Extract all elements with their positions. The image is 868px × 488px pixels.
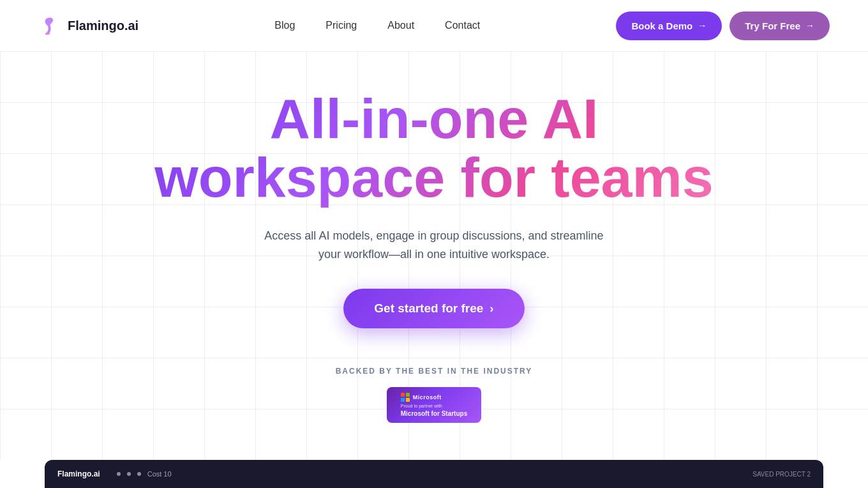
microsoft-badge: Microsoft Proud to partner with Microsof…	[387, 387, 481, 423]
ms-sq-blue	[401, 398, 405, 402]
bottom-bar-cost: Cost 10	[147, 470, 172, 478]
ms-sq-red	[401, 393, 405, 397]
ms-sq-yellow	[406, 398, 410, 402]
bottom-bar-logo: Flamingo.ai	[57, 469, 100, 478]
bottom-bar-dot-2	[127, 472, 131, 476]
nav-link-about[interactable]: About	[387, 20, 414, 31]
bottom-bar-saved: SAVED PROJECT 2	[752, 471, 811, 478]
backed-label: BACKED BY THE BEST IN THE INDUSTRY	[336, 367, 533, 376]
hero-subtitle: Access all AI models, engage in group di…	[255, 227, 613, 264]
nav-actions: Book a Demo → Try For Free →	[616, 11, 830, 40]
nav-link-pricing[interactable]: Pricing	[326, 20, 357, 31]
ms-logo-row: Microsoft	[401, 393, 442, 402]
ms-partner: Microsoft for Startups	[401, 410, 467, 417]
arrow-right-icon-2: →	[805, 20, 814, 31]
ms-sq-green	[406, 393, 410, 397]
get-started-button[interactable]: Get started for free ›	[343, 289, 524, 328]
nav-link-contact[interactable]: Contact	[445, 20, 480, 31]
try-free-button[interactable]: Try For Free →	[730, 11, 830, 40]
bottom-app-bar: Flamingo.ai Cost 10 SAVED PROJECT 2	[45, 460, 823, 488]
ms-name: Microsoft	[413, 394, 442, 400]
hero-title: All-in-one AI workspace for teams	[147, 89, 721, 208]
hero-section: All-in-one AI workspace for teams Access…	[0, 51, 868, 448]
bottom-bar-dot-1	[117, 472, 121, 476]
chevron-right-icon: ›	[490, 301, 493, 316]
bottom-bar-dot-3	[137, 472, 141, 476]
flamingo-logo-icon	[38, 14, 61, 37]
bottom-bar-icons: Cost 10	[117, 470, 172, 478]
brand-name: Flamingo.ai	[68, 19, 138, 33]
book-demo-button[interactable]: Book a Demo →	[616, 11, 722, 40]
ms-tagline: Proud to partner with	[401, 403, 442, 409]
ms-squares-icon	[401, 393, 410, 402]
arrow-right-icon: →	[698, 20, 707, 31]
nav-links: Blog Pricing About Contact	[274, 20, 480, 31]
ms-badge-inner: Microsoft Proud to partner with Microsof…	[401, 393, 467, 417]
logo-area[interactable]: Flamingo.ai	[38, 14, 138, 37]
nav-link-blog[interactable]: Blog	[274, 20, 295, 31]
navbar: Flamingo.ai Blog Pricing About Contact B…	[0, 0, 868, 51]
backed-section: BACKED BY THE BEST IN THE INDUSTRY Micro…	[336, 367, 533, 423]
